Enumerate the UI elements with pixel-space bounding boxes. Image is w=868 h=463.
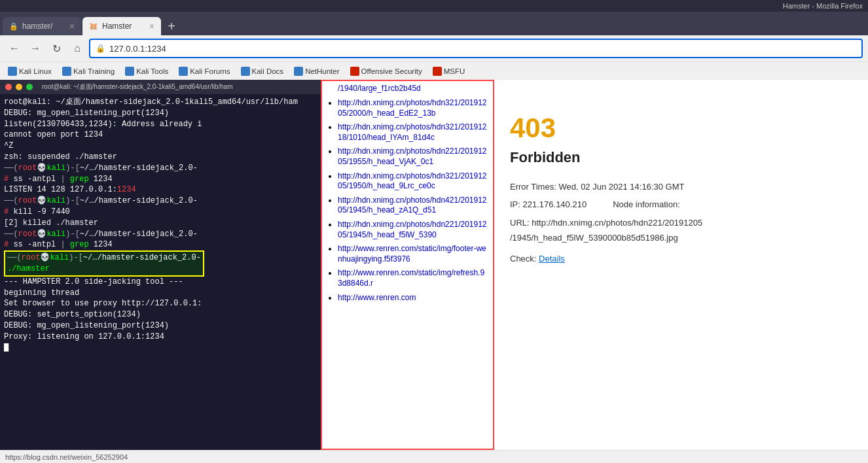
terminal-cmd-3: # ss -antpl | grep 1234 xyxy=(4,239,317,250)
bookmark-nethunter-icon xyxy=(294,67,303,76)
details-link[interactable]: Details xyxy=(539,254,565,264)
bookmark-offensive[interactable]: Offensive Security xyxy=(346,65,426,77)
list-item: http://www.renren.com xyxy=(338,293,488,303)
tab-close-button-active[interactable]: × xyxy=(149,22,154,31)
forbidden-pane: ↑ ↑ 403 Forbidden Error Times: Wed, 02 J… xyxy=(494,80,868,450)
ip-label: IP: xyxy=(510,199,520,209)
terminal-killed: [2] killed ./hamster xyxy=(4,218,317,229)
back-button[interactable]: ← xyxy=(5,39,24,58)
error-times-row: Error Times: Wed, 02 Jun 2021 14:16:30 G… xyxy=(510,179,852,194)
bookmark-kali-linux-icon xyxy=(8,67,17,76)
link-anchor[interactable]: http://hdn.xnimg.cn/photos/hdn421/201912… xyxy=(338,196,487,215)
terminal-line-4: cannot open port 1234 xyxy=(4,129,317,141)
list-item: http://hdn.xnimg.cn/photos/hdn321/201912… xyxy=(338,98,488,118)
links-pane[interactable]: /1940/large_f1rcb2b45d http://hdn.xnimg.… xyxy=(321,80,494,450)
link-anchor[interactable]: http://hdn.xnimg.cn/photos/hdn221/201912… xyxy=(338,220,487,239)
bookmark-kali-docs-icon xyxy=(241,67,250,76)
link-anchor[interactable]: http://www.renren.com/static/img/refresh… xyxy=(338,268,484,288)
terminal-line-5: ^Z xyxy=(4,141,317,152)
bookmark-msfu-icon xyxy=(433,67,442,76)
link-anchor[interactable]: http://hdn.xnimg.cn/photos/hdn321/201912… xyxy=(338,98,487,118)
terminal-cursor: █ xyxy=(4,343,317,354)
bookmark-kali-forums-icon xyxy=(179,67,188,76)
terminal-hamster-output-3: Set browser to use proxy http://127.0.0.… xyxy=(4,298,317,309)
error-times-value: Wed, 02 Jun 2021 14:16:30 GMT xyxy=(558,182,684,192)
bookmark-kali-forums-label: Kali Forums xyxy=(190,67,230,75)
terminal-prompt-2: ——(root💀kali)-[~/…/hamster-sidejack_2.0- xyxy=(4,196,317,207)
links-top-link: /1940/large_f1rcb2b45d xyxy=(322,81,493,93)
list-item: http://www.renren.com/static/img/footer-… xyxy=(338,244,488,264)
terminal-prompt-4: ——(root💀kali)-[~/…/hamster-sidejack_2.0-… xyxy=(4,250,317,277)
terminal-title: root@kali: ~/桌面/hamster-sidejack_2.0-1ka… xyxy=(42,82,233,92)
forward-button[interactable]: → xyxy=(26,39,45,58)
bookmark-kali-forums[interactable]: Kali Forums xyxy=(175,65,234,77)
browser-titlebar: Hamster - Mozilla Firefox xyxy=(0,0,868,12)
terminal-line-1: root@kali: ~/桌面/hamster-sidejack_2.0-1ka… xyxy=(4,97,317,108)
bookmark-kali-linux[interactable]: Kali Linux xyxy=(4,65,56,77)
node-label: Node information: xyxy=(613,199,680,209)
ip-label-text: IP: 221.176.140.210 xyxy=(510,197,587,212)
forbidden-info: Error Times: Wed, 02 Jun 2021 14:16:30 G… xyxy=(510,179,852,266)
link-anchor[interactable]: http://hdn.xnimg.cn/photos/hdn221/201912… xyxy=(338,146,487,166)
list-item: http://hdn.xnimg.cn/photos/hdn321/201912… xyxy=(338,122,488,143)
bookmark-kali-docs[interactable]: Kali Docs xyxy=(237,65,288,77)
bookmark-nethunter-label: NetHunter xyxy=(305,67,339,75)
bookmark-kali-training-icon xyxy=(62,67,71,76)
home-button[interactable]: ⌂ xyxy=(68,39,86,58)
tab-favicon: 🐹 xyxy=(89,22,98,31)
url-path: /1945/h_head_f5lW_5390000b85d51986.jpg xyxy=(510,233,678,243)
terminal-body[interactable]: root@kali: ~/桌面/hamster-sidejack_2.0-1ka… xyxy=(0,94,321,450)
url-value: http://hdn.xnimg.cn/photos/hdn221/201912… xyxy=(532,218,702,228)
terminal-pane: root@kali: ~/桌面/hamster-sidejack_2.0-1ka… xyxy=(0,80,321,450)
terminal-line-2: DEBUG: mg_open_listening_port(1234) xyxy=(4,108,317,119)
bookmark-kali-training[interactable]: Kali Training xyxy=(58,65,118,77)
terminal-prompt-3: ——(root💀kali)-[~/…/hamster-sidejack_2.0- xyxy=(4,229,317,240)
address-bar[interactable]: 🔒 127.0.0.1:1234 xyxy=(89,39,863,58)
terminal-titlebar: root@kali: ~/桌面/hamster-sidejack_2.0-1ka… xyxy=(0,80,321,94)
forbidden-title: Forbidden xyxy=(510,149,852,166)
terminal-hamster-output-1: --- HAMPSTER 2.0 side-jacking tool --- xyxy=(4,277,317,288)
terminal-hamster-output-4: DEBUG: set_ports_option(1234) xyxy=(4,309,317,320)
bookmark-msfu-label: MSFU xyxy=(444,67,465,75)
list-item: http://hdn.xnimg.cn/photos/hdn221/201912… xyxy=(338,220,488,240)
reload-button[interactable]: ↻ xyxy=(47,39,65,58)
tab-label: Hamster xyxy=(102,22,132,31)
tab-close-button[interactable]: × xyxy=(69,22,75,31)
new-tab-button[interactable]: + xyxy=(162,17,181,35)
terminal-cmd-1: # ss -antpl | grep 1234 xyxy=(4,174,317,185)
tab-hamster-folder[interactable]: 🔒 hamster/ × xyxy=(3,17,81,35)
address-text: 127.0.0.1:1234 xyxy=(109,44,166,54)
link-anchor[interactable]: http://hdn.xnimg.cn/photos/hdn321/201912… xyxy=(338,122,487,142)
links-list: http://hdn.xnimg.cn/photos/hdn321/201912… xyxy=(322,93,493,312)
list-item: http://hdn.xnimg.cn/photos/hdn421/201912… xyxy=(338,196,488,216)
terminal-hamster-output-2: beginning thread xyxy=(4,288,317,299)
bookmark-kali-docs-label: Kali Docs xyxy=(252,67,284,75)
link-anchor[interactable]: http://hdn.xnimg.cn/photos/hdn321/201912… xyxy=(338,171,487,191)
main-content: root@kali: ~/桌面/hamster-sidejack_2.0-1ka… xyxy=(0,80,868,450)
bookmark-kali-tools-label: Kali Tools xyxy=(136,67,168,75)
url-label: URL: xyxy=(510,218,530,228)
bookmark-msfu[interactable]: MSFU xyxy=(429,65,469,77)
list-item: http://hdn.xnimg.cn/photos/hdn221/201912… xyxy=(338,146,488,167)
error-times-label: Error Times: xyxy=(510,182,556,192)
ip-row: IP: 221.176.140.210 Node information: xyxy=(510,197,852,212)
bookmark-nethunter[interactable]: NetHunter xyxy=(290,65,343,77)
bookmarks-bar: Kali Linux Kali Training Kali Tools Kali… xyxy=(0,61,868,80)
ip-value: 221.176.140.210 xyxy=(523,199,587,209)
tab-hamster[interactable]: 🐹 Hamster × xyxy=(82,17,161,35)
link-anchor[interactable]: http://www.renren.com/static/img/footer-… xyxy=(338,244,486,264)
terminal-hamster-output-6: Proxy: listening on 127.0.0.1:1234 xyxy=(4,332,317,343)
url-path-row: /1945/h_head_f5lW_5390000b85d51986.jpg xyxy=(510,230,852,245)
tab-favicon: 🔒 xyxy=(9,22,18,31)
top-link-anchor[interactable]: /1940/large_f1rcb2b45d xyxy=(338,84,421,93)
terminal-dot-min xyxy=(16,84,22,90)
list-item: http://www.renren.com/static/img/refresh… xyxy=(338,268,488,288)
list-item: http://hdn.xnimg.cn/photos/hdn321/201912… xyxy=(338,171,488,192)
terminal-hamster-output-5: DEBUG: mg_open_listening_port(1234) xyxy=(4,320,317,332)
status-bar: https://blog.csdn.net/weixin_56252904 xyxy=(0,450,868,463)
tab-label: hamster/ xyxy=(22,22,53,31)
bookmark-kali-tools[interactable]: Kali Tools xyxy=(121,65,172,77)
bookmark-offensive-icon xyxy=(350,67,359,76)
link-anchor[interactable]: http://www.renren.com xyxy=(338,293,416,302)
node-info: Node information: xyxy=(613,197,680,212)
